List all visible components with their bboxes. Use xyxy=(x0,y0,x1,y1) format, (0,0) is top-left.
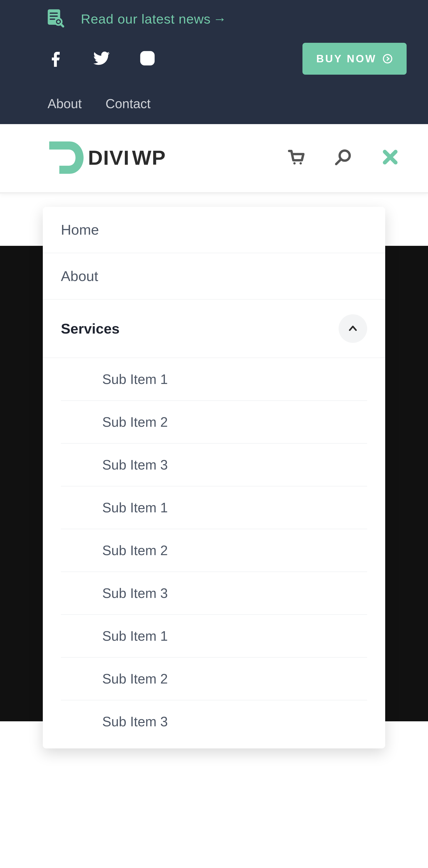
submenu-label: Sub Item 3 xyxy=(102,714,168,721)
submenu-label: Sub Item 1 xyxy=(102,372,168,387)
document-search-icon xyxy=(45,8,67,30)
submenu-label: Sub Item 2 xyxy=(102,543,168,558)
facebook-icon[interactable] xyxy=(48,50,65,68)
menu-item-about[interactable]: About xyxy=(43,253,385,300)
cart-icon[interactable] xyxy=(287,148,305,167)
logo-text-wp: WP xyxy=(132,146,166,169)
svg-point-11 xyxy=(383,55,392,63)
svg-line-15 xyxy=(336,159,341,164)
svg-point-13 xyxy=(300,162,302,164)
svg-point-12 xyxy=(294,162,296,164)
collapse-toggle[interactable] xyxy=(339,314,367,343)
submenu-item[interactable]: Sub Item 2 xyxy=(61,401,367,444)
submenu-item[interactable]: Sub Item 3 xyxy=(61,572,367,615)
logo-mark-icon xyxy=(45,137,86,178)
instagram-icon[interactable] xyxy=(139,50,156,68)
submenu-label: Sub Item 3 xyxy=(102,586,168,601)
submenu-label: Sub Item 1 xyxy=(102,500,168,515)
mobile-menu-dropdown: Home About Services Sub Item 1 Sub Item … xyxy=(43,207,385,721)
submenu-item[interactable]: Sub Item 1 xyxy=(61,358,367,401)
submenu-label: Sub Item 1 xyxy=(102,628,168,644)
submenu-item[interactable]: Sub Item 3 xyxy=(61,701,367,721)
utility-links: About Contact xyxy=(19,96,409,111)
submenu-item[interactable]: Sub Item 1 xyxy=(61,487,367,529)
search-icon[interactable] xyxy=(334,148,353,167)
buy-now-button[interactable]: BUY NOW xyxy=(302,43,406,75)
menu-item-label: Services xyxy=(61,320,120,337)
twitter-icon[interactable] xyxy=(93,50,110,68)
site-logo[interactable]: DIVIWP xyxy=(45,137,166,178)
svg-point-10 xyxy=(150,54,152,55)
submenu-label: Sub Item 3 xyxy=(102,457,168,472)
logo-text-divi: DIVI xyxy=(88,146,130,169)
submenu-label: Sub Item 2 xyxy=(102,414,168,430)
circle-arrow-icon xyxy=(383,54,393,64)
submenu-item[interactable]: Sub Item 1 xyxy=(61,615,367,658)
menu-item-label: About xyxy=(61,268,98,284)
menu-item-label: Home xyxy=(61,222,99,238)
top-utility-bar: Read our latest news → BUY NOW xyxy=(0,0,428,124)
svg-point-9 xyxy=(144,55,150,61)
menu-item-services[interactable]: Services xyxy=(43,300,385,358)
arrow-right-icon: → xyxy=(213,11,226,27)
util-link-about[interactable]: About xyxy=(48,96,82,111)
close-icon[interactable] xyxy=(381,148,399,167)
chevron-up-icon xyxy=(348,323,358,334)
main-header: DIVIWP xyxy=(0,124,428,193)
util-link-contact[interactable]: Contact xyxy=(105,96,151,111)
submenu-item[interactable]: Sub Item 2 xyxy=(61,529,367,572)
buy-now-label: BUY NOW xyxy=(316,53,377,65)
news-link[interactable]: Read our latest news → xyxy=(81,11,226,27)
social-row: BUY NOW xyxy=(19,43,409,96)
svg-line-7 xyxy=(61,24,63,26)
news-row: Read our latest news → xyxy=(19,8,409,43)
news-link-label: Read our latest news xyxy=(81,11,211,27)
submenu-item[interactable]: Sub Item 3 xyxy=(61,444,367,487)
menu-item-home[interactable]: Home xyxy=(43,207,385,253)
submenu-label: Sub Item 2 xyxy=(102,671,168,686)
submenu-item[interactable]: Sub Item 2 xyxy=(61,658,367,701)
